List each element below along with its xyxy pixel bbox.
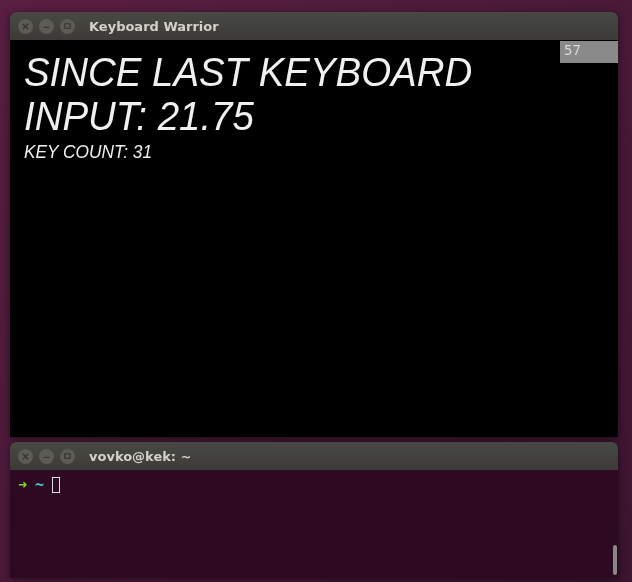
minimize-icon xyxy=(42,452,51,461)
stat-since-last-input: SINCE LAST KEYBOARD INPUT: 21.75 xyxy=(24,50,581,138)
app-title: Keyboard Warrior xyxy=(89,19,219,34)
terminal-titlebar[interactable]: vovko@kek: ~ xyxy=(10,442,618,470)
close-button[interactable] xyxy=(18,19,33,34)
prompt-arrow-icon: ➜ xyxy=(18,476,27,494)
maximize-button[interactable] xyxy=(60,449,75,464)
maximize-icon xyxy=(63,452,72,461)
svg-rect-7 xyxy=(65,453,70,458)
stat-key-count: KEY COUNT: 31 xyxy=(24,142,581,163)
maximize-button[interactable] xyxy=(60,19,75,34)
prompt-path: ~ xyxy=(35,476,44,494)
terminal-scrollbar[interactable] xyxy=(613,545,617,575)
stat-main-value: 21.75 xyxy=(158,94,254,138)
terminal-cursor[interactable] xyxy=(52,477,60,493)
prompt-line: ➜ ~ xyxy=(18,476,610,494)
minimize-icon xyxy=(42,22,51,31)
terminal-content[interactable]: ➜ ~ xyxy=(10,470,618,578)
stat-sub-label: KEY COUNT: xyxy=(24,142,133,162)
keyboard-warrior-window: Keyboard Warrior 57 SINCE LAST KEYBOARD … xyxy=(10,12,618,437)
minimize-button[interactable] xyxy=(39,449,54,464)
maximize-icon xyxy=(63,22,72,31)
close-button[interactable] xyxy=(18,449,33,464)
app-content: 57 SINCE LAST KEYBOARD INPUT: 21.75 KEY … xyxy=(10,40,618,437)
close-icon xyxy=(21,452,30,461)
terminal-window: vovko@kek: ~ ➜ ~ xyxy=(10,442,618,578)
app-titlebar[interactable]: Keyboard Warrior xyxy=(10,12,618,40)
minimize-button[interactable] xyxy=(39,19,54,34)
terminal-title: vovko@kek: ~ xyxy=(89,449,191,464)
close-icon xyxy=(21,22,30,31)
stat-sub-value: 31 xyxy=(133,142,152,162)
svg-rect-3 xyxy=(65,23,70,28)
